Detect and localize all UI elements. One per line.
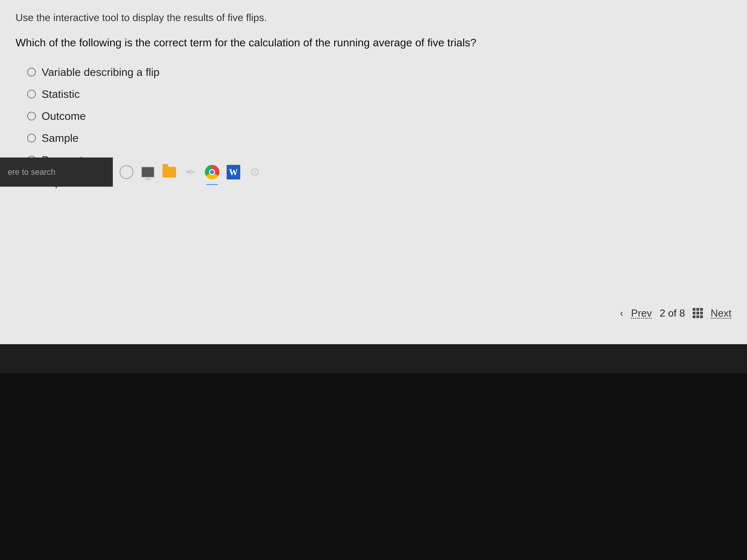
pen-app-button[interactable]: ✒	[181, 160, 200, 184]
search-area[interactable]: ere to search	[0, 158, 113, 187]
grid-dot	[696, 315, 699, 318]
windows-start-icon	[120, 165, 133, 179]
option-sample[interactable]: Sample	[27, 132, 731, 144]
option-label-sample: Sample	[42, 132, 79, 144]
active-indicator	[206, 184, 218, 185]
grid-dot	[696, 308, 699, 311]
taskbar-icons: ✒ W ⚙	[113, 158, 268, 187]
grid-menu-icon[interactable]	[693, 308, 703, 318]
task-view-icon	[141, 166, 155, 178]
task-view-button[interactable]	[138, 160, 158, 184]
chrome-inner-circle	[209, 169, 215, 175]
option-outcome[interactable]: Outcome	[27, 110, 731, 122]
chrome-icon	[205, 165, 220, 180]
navigation-bar: ‹ Prev 2 of 8 Next	[620, 307, 731, 319]
file-explorer-button[interactable]	[159, 160, 179, 184]
page-info: 2 of 8	[660, 307, 685, 319]
question-text: Which of the following is the correct te…	[16, 35, 731, 50]
grid-dot	[700, 312, 703, 314]
option-label-outcome: Outcome	[42, 110, 86, 122]
radio-sample[interactable]	[27, 134, 36, 142]
gear-icon: ⚙	[250, 165, 260, 179]
word-button[interactable]: W	[224, 160, 243, 184]
prev-button[interactable]: Prev	[631, 307, 652, 319]
next-button[interactable]: Next	[711, 307, 731, 319]
pen-icon: ✒	[185, 165, 196, 179]
word-icon: W	[227, 165, 240, 180]
start-button[interactable]	[117, 160, 136, 184]
search-text: ere to search	[8, 167, 55, 177]
grid-dot	[700, 315, 703, 318]
instruction-text: Use the interactive tool to display the …	[16, 12, 731, 23]
grid-dot	[693, 315, 695, 318]
option-variable[interactable]: Variable describing a flip	[27, 66, 731, 78]
bottom-black-area	[0, 373, 747, 560]
folder-icon	[162, 167, 176, 178]
radio-statistic[interactable]	[27, 90, 36, 98]
option-label-variable: Variable describing a flip	[42, 66, 159, 78]
radio-variable[interactable]	[27, 68, 36, 76]
chrome-button[interactable]	[202, 160, 222, 184]
option-label-statistic: Statistic	[42, 88, 80, 100]
grid-dot	[693, 308, 695, 311]
option-statistic[interactable]: Statistic	[27, 88, 731, 100]
grid-dot	[700, 308, 703, 311]
prev-chevron-icon: ‹	[620, 307, 623, 319]
radio-outcome[interactable]	[27, 112, 36, 121]
grid-dot	[696, 312, 699, 314]
taskbar: ere to search ✒ W	[0, 344, 747, 373]
grid-dot	[693, 312, 695, 314]
settings-button[interactable]: ⚙	[245, 160, 264, 184]
